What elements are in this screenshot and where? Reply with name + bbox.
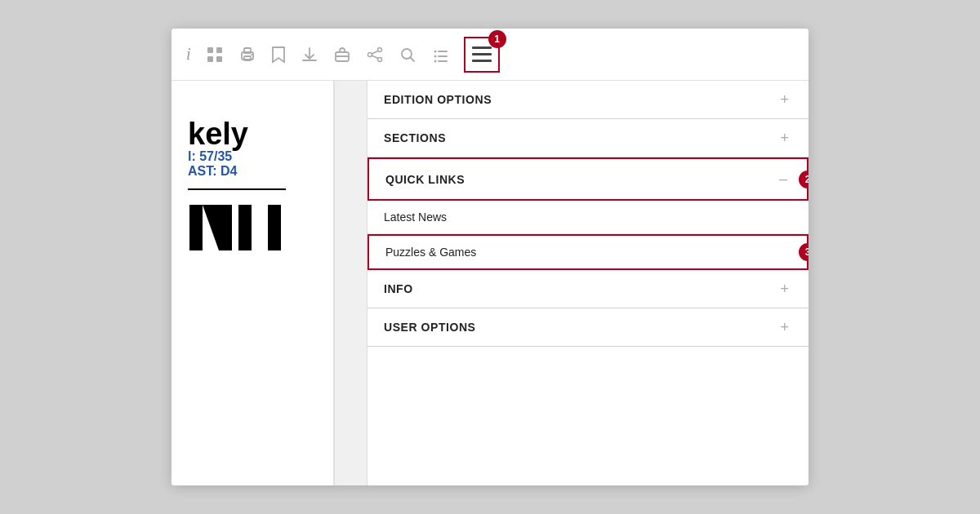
svg-rect-1: [216, 47, 222, 53]
menu-panel: EDITION OPTIONS + SECTIONS + QUICK LINKS…: [368, 81, 808, 485]
svg-rect-3: [216, 56, 222, 62]
quick-links-label: QUICK LINKS: [385, 173, 465, 186]
latest-news-label: Latest News: [384, 210, 447, 224]
svg-marker-17: [203, 205, 219, 250]
sections-item[interactable]: SECTIONS +: [368, 119, 808, 157]
newspaper-panel: kely l: 57/35 AST: D4: [172, 81, 368, 485]
svg-rect-20: [268, 205, 281, 250]
thumbnail-icon[interactable]: [206, 46, 224, 64]
info-item[interactable]: INFO +: [368, 270, 808, 308]
bookmark-icon[interactable]: [271, 46, 286, 64]
sections-plus-icon: +: [780, 131, 789, 145]
svg-rect-0: [207, 47, 213, 53]
hamburger-button[interactable]: 1: [464, 37, 500, 73]
latest-news-item[interactable]: Latest News: [368, 201, 808, 234]
hamburger-bar-3: [472, 60, 492, 62]
newspaper-content: kely l: 57/35 AST: D4: [188, 94, 350, 252]
newspaper-title: kely: [188, 118, 350, 149]
svg-rect-2: [207, 56, 213, 62]
print-icon[interactable]: [238, 46, 256, 64]
svg-point-11: [368, 52, 372, 56]
quick-links-minus-icon: –: [779, 171, 787, 188]
hamburger-wrapper: 1: [464, 37, 500, 73]
info-icon[interactable]: i: [186, 45, 191, 64]
hamburger-badge: 1: [488, 30, 506, 48]
toolbar: i: [172, 29, 808, 81]
puzzles-games-item[interactable]: Puzzles & Games 3: [368, 234, 808, 270]
download-icon[interactable]: [301, 46, 318, 64]
user-options-item[interactable]: USER OPTIONS +: [368, 308, 808, 347]
svg-rect-18: [219, 205, 232, 250]
hamburger-bar-1: [472, 47, 492, 49]
app-window: i: [172, 29, 808, 485]
puzzles-games-label: Puzzles & Games: [385, 246, 476, 259]
svg-point-14: [434, 55, 436, 57]
search-icon[interactable]: [399, 46, 416, 64]
sections-label: SECTIONS: [384, 131, 446, 144]
user-options-plus-icon: +: [780, 320, 789, 335]
svg-point-12: [402, 49, 412, 59]
svg-rect-16: [189, 205, 203, 250]
svg-point-13: [434, 50, 436, 52]
newspaper-divider: [188, 188, 286, 190]
quick-links-item[interactable]: QUICK LINKS – 2: [368, 157, 808, 201]
logo-svg: [188, 203, 286, 252]
svg-rect-6: [244, 56, 251, 60]
edition-options-item[interactable]: EDITION OPTIONS +: [368, 81, 808, 119]
svg-point-15: [434, 60, 436, 62]
newspaper-logo: [188, 203, 350, 252]
quick-links-badge: 2: [799, 171, 808, 188]
svg-point-10: [377, 57, 381, 61]
newspaper-weather: l: 57/35: [188, 149, 350, 164]
puzzles-badge: 3: [799, 243, 808, 261]
newspaper-last: AST: D4: [188, 164, 350, 179]
svg-point-9: [377, 47, 381, 51]
edition-options-plus-icon: +: [780, 92, 789, 107]
main-content: kely l: 57/35 AST: D4: [172, 81, 808, 485]
svg-point-7: [251, 54, 252, 55]
list-icon[interactable]: [431, 46, 449, 64]
hamburger-bar-2: [472, 53, 492, 55]
user-options-label: USER OPTIONS: [384, 321, 476, 334]
edition-options-label: EDITION OPTIONS: [384, 93, 492, 106]
briefcase-icon[interactable]: [333, 46, 351, 64]
svg-rect-19: [238, 205, 252, 250]
info-plus-icon: +: [780, 281, 789, 296]
share-icon[interactable]: [366, 46, 384, 64]
info-label: INFO: [384, 282, 413, 295]
